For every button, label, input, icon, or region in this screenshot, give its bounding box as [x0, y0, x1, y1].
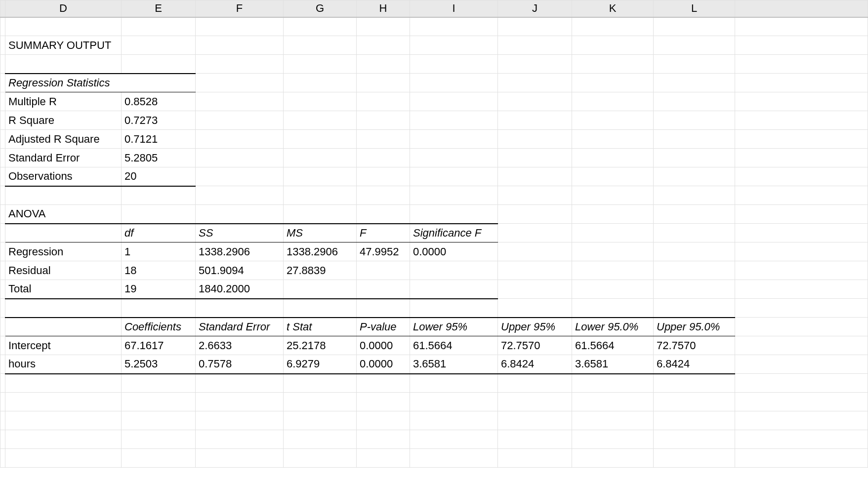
cell[interactable] [284, 393, 357, 411]
cell[interactable] [357, 55, 410, 74]
coeff-intercept-upper95[interactable]: 72.7570 [498, 336, 572, 355]
cell[interactable] [572, 167, 654, 186]
coeff-header-lower95b[interactable]: Lower 95.0% [572, 318, 654, 336]
anova-residual-sigf[interactable] [410, 261, 498, 280]
cell[interactable] [357, 149, 410, 167]
coeff-hours-t-stat[interactable]: 6.9279 [284, 355, 357, 374]
cell[interactable] [654, 167, 735, 186]
cell[interactable] [122, 411, 196, 430]
cell[interactable] [196, 149, 284, 167]
cell[interactable] [357, 36, 410, 55]
cell[interactable] [498, 36, 572, 55]
coeff-intercept-lower95b[interactable]: 61.5664 [572, 336, 654, 355]
cell[interactable] [654, 430, 735, 449]
cell[interactable] [654, 374, 735, 393]
anova-residual-ms[interactable]: 27.8839 [284, 261, 357, 280]
cell[interactable] [410, 55, 498, 74]
cell[interactable] [196, 55, 284, 74]
cell[interactable] [572, 111, 654, 130]
grid-table[interactable]: D E F G H I J K L SUMMARY OUTPUT [0, 0, 868, 468]
cell[interactable] [572, 242, 654, 261]
regstats-value-adj-r-square[interactable]: 0.7121 [122, 130, 196, 149]
cell[interactable] [284, 17, 357, 36]
cell[interactable] [196, 111, 284, 130]
cell[interactable] [498, 111, 572, 130]
cell[interactable] [284, 74, 357, 92]
cell[interactable] [196, 430, 284, 449]
cell[interactable] [410, 111, 498, 130]
cell[interactable] [498, 280, 572, 299]
cell[interactable] [410, 186, 498, 205]
cell[interactable] [122, 186, 196, 205]
cell[interactable] [410, 393, 498, 411]
cell[interactable] [5, 55, 122, 74]
cell[interactable] [284, 374, 357, 393]
cell[interactable] [572, 55, 654, 74]
regstats-label-observations[interactable]: Observations [5, 167, 122, 186]
anova-residual-df[interactable]: 18 [122, 261, 196, 280]
coeff-label-intercept[interactable]: Intercept [5, 336, 122, 355]
cell[interactable] [572, 393, 654, 411]
cell[interactable] [284, 36, 357, 55]
col-header-K[interactable]: K [572, 0, 654, 17]
cell[interactable] [654, 224, 735, 242]
cell[interactable] [284, 299, 357, 318]
coeff-intercept-t-stat[interactable]: 25.2178 [284, 336, 357, 355]
cell[interactable] [498, 55, 572, 74]
anova-regression-f[interactable]: 47.9952 [357, 242, 410, 261]
cell[interactable] [196, 186, 284, 205]
cell[interactable] [654, 411, 735, 430]
anova-regression-sigf[interactable]: 0.0000 [410, 242, 498, 261]
cell[interactable] [654, 92, 735, 111]
cell[interactable] [122, 393, 196, 411]
coeff-hours-std-error[interactable]: 0.7578 [196, 355, 284, 374]
cell[interactable] [357, 17, 410, 36]
col-header-L[interactable]: L [654, 0, 735, 17]
coeff-intercept-p-value[interactable]: 0.0000 [357, 336, 410, 355]
coeff-intercept-std-error[interactable]: 2.6633 [196, 336, 284, 355]
cell[interactable] [572, 36, 654, 55]
cell[interactable] [410, 449, 498, 468]
cell[interactable] [498, 167, 572, 186]
cell[interactable] [572, 92, 654, 111]
cell[interactable] [410, 149, 498, 167]
col-header-J[interactable]: J [498, 0, 572, 17]
anova-regression-ss[interactable]: 1338.2906 [196, 242, 284, 261]
cell[interactable] [122, 205, 196, 224]
cell[interactable] [357, 111, 410, 130]
cell[interactable] [572, 205, 654, 224]
cell[interactable] [572, 374, 654, 393]
anova-total-sigf[interactable] [410, 280, 498, 299]
cell[interactable] [5, 186, 122, 205]
cell[interactable] [410, 74, 498, 92]
cell[interactable] [357, 186, 410, 205]
coeff-hours-lower95b[interactable]: 3.6581 [572, 355, 654, 374]
coeff-hours-upper95b[interactable]: 6.8424 [654, 355, 735, 374]
anova-label-total[interactable]: Total [5, 280, 122, 299]
regstats-label-adj-r-square[interactable]: Adjusted R Square [5, 130, 122, 149]
cell[interactable] [357, 74, 410, 92]
coeff-hours-upper95[interactable]: 6.8424 [498, 355, 572, 374]
cell[interactable] [122, 55, 196, 74]
coeff-intercept-coefficients[interactable]: 67.1617 [122, 336, 196, 355]
cell[interactable] [357, 411, 410, 430]
cell[interactable] [498, 411, 572, 430]
cell[interactable] [654, 393, 735, 411]
cell[interactable] [654, 17, 735, 36]
cell[interactable] [196, 17, 284, 36]
coeff-header-p-value[interactable]: P-value [357, 318, 410, 336]
cell[interactable] [196, 374, 284, 393]
anova-total-ss[interactable]: 1840.2000 [196, 280, 284, 299]
cell[interactable] [498, 261, 572, 280]
cell[interactable] [5, 411, 122, 430]
cell[interactable] [5, 430, 122, 449]
cell[interactable] [410, 374, 498, 393]
cell[interactable] [654, 449, 735, 468]
cell[interactable] [357, 205, 410, 224]
cell[interactable] [196, 299, 284, 318]
cell[interactable] [284, 449, 357, 468]
cell[interactable] [498, 393, 572, 411]
coeff-header-std-error[interactable]: Standard Error [196, 318, 284, 336]
cell[interactable] [357, 374, 410, 393]
cell[interactable] [498, 17, 572, 36]
